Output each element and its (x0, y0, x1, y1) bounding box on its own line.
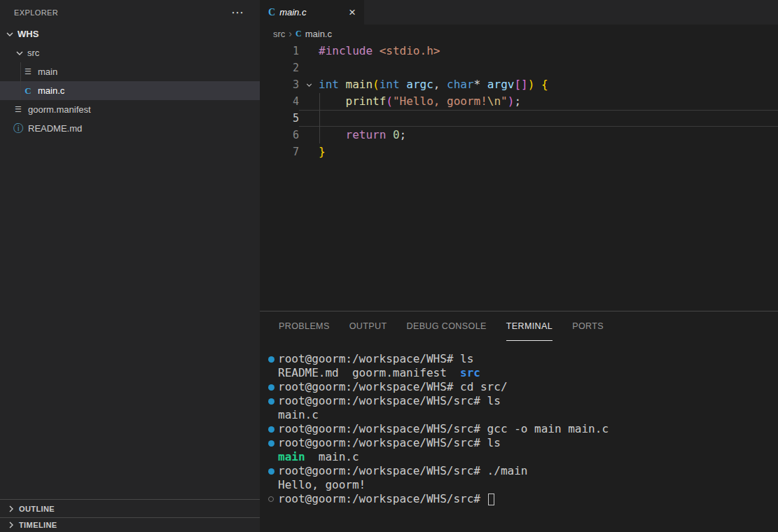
code-line[interactable]: 4 printf("Hello, goorm!\n"); (260, 93, 778, 110)
indent-guide (319, 93, 320, 144)
tree-item-label: main.c (38, 85, 64, 96)
file-tree: WHS src ☰ main C main.c ☰ goorm.manifest… (0, 24, 260, 499)
c-file-icon: C (296, 29, 302, 39)
code-editor[interactable]: 1#include <stdio.h>23int main(int argc, … (260, 43, 778, 311)
code-line[interactable]: 6 return 0; (260, 127, 778, 144)
command-decoration-icon[interactable] (268, 426, 278, 433)
section-label: OUTLINE (19, 505, 55, 513)
terminal-line: root@goorm:/workspace/WHS/src# ls (268, 436, 778, 450)
terminal-line: root@goorm:/workspace/WHS# ls (268, 352, 778, 366)
code-text: int main(int argc, char* argv[]) { (319, 76, 548, 93)
code-text: return 0; (319, 127, 406, 144)
fold-zone (299, 127, 319, 144)
tree-indent-guide (20, 62, 21, 100)
fold-zone (299, 111, 319, 126)
breadcrumb-file[interactable]: main.c (305, 29, 332, 39)
panel-tab-problems[interactable]: PROBLEMS (279, 312, 330, 341)
c-file-icon: C (22, 85, 34, 97)
terminal-line: root@goorm:/workspace/WHS/src# gcc -o ma… (268, 422, 778, 436)
line-number: 5 (260, 110, 299, 127)
close-icon[interactable]: × (346, 6, 359, 20)
line-number: 1 (260, 43, 299, 59)
code-lines: 1#include <stdio.h>23int main(int argc, … (260, 43, 778, 160)
terminal-line: root@goorm:/workspace/WHS/src# ls (268, 394, 778, 408)
chevron-down-icon (14, 48, 25, 59)
terminal-line: root@goorm:/workspace/WHS/src# (268, 492, 778, 506)
tree-item-main-c[interactable]: C main.c (0, 81, 260, 100)
outline-section-header[interactable]: OUTLINE (0, 499, 260, 517)
command-decoration-icon[interactable] (268, 398, 278, 405)
terminal-line: README.md goorm.manifest src (268, 366, 778, 380)
code-text: } (319, 144, 326, 160)
fold-zone (299, 93, 319, 110)
terminal-cursor (488, 493, 494, 505)
line-number: 4 (260, 93, 299, 110)
explorer-header: EXPLORER ⋯ (0, 0, 260, 24)
explorer-title: EXPLORER (14, 8, 58, 17)
chevron-right-icon: › (289, 28, 292, 39)
more-actions-button[interactable]: ⋯ (228, 8, 247, 18)
command-decoration-icon[interactable] (268, 496, 278, 502)
terminal-text: root@goorm:/workspace/WHS/src# ./main (278, 464, 527, 478)
panel-tab-debug-console[interactable]: DEBUG CONSOLE (406, 312, 486, 341)
editor-group: C main.c × src › C main.c 1#include <std… (260, 0, 778, 532)
code-line[interactable]: 2 (260, 59, 778, 76)
terminal-text: main.c (278, 408, 319, 422)
chevron-right-icon (6, 503, 17, 514)
line-number: 2 (260, 59, 299, 76)
c-file-icon: C (268, 7, 275, 18)
panel-tab-ports[interactable]: PORTS (572, 312, 604, 341)
tree-item-label: README.md (28, 123, 82, 134)
chevron-right-icon (6, 519, 17, 531)
fold-zone (299, 43, 319, 59)
fold-chevron-icon[interactable] (299, 76, 319, 93)
terminal-line: main main.c (268, 450, 778, 464)
terminal-text: root@goorm:/workspace/WHS# ls (278, 352, 473, 366)
info-icon: ⓘ (13, 122, 24, 135)
terminal-text: Hello, goorm! (278, 478, 366, 492)
fold-zone (299, 144, 319, 160)
tab-bar: C main.c × (260, 0, 778, 24)
command-decoration-icon[interactable] (268, 384, 278, 391)
terminal-text: root@goorm:/workspace/WHS# cd src/ (278, 380, 508, 394)
terminal-line: root@goorm:/workspace/WHS/src# ./main (268, 464, 778, 478)
command-decoration-icon[interactable] (268, 468, 278, 475)
code-line[interactable]: 1#include <stdio.h> (260, 43, 778, 59)
tree-item-whs[interactable]: WHS (0, 24, 260, 43)
terminal-text: root@goorm:/workspace/WHS/src# ls (278, 436, 501, 450)
terminal[interactable]: root@goorm:/workspace/WHS# lsREADME.md g… (260, 341, 778, 532)
breadcrumb-folder[interactable]: src (273, 29, 285, 39)
code-text: printf("Hello, goorm!\n"); (319, 93, 521, 110)
line-number: 6 (260, 127, 299, 144)
chevron-down-icon (4, 29, 15, 40)
command-decoration-icon[interactable] (268, 356, 278, 363)
terminal-text: root@goorm:/workspace/WHS/src# (278, 492, 487, 506)
terminal-text: README.md goorm.manifest src (278, 366, 480, 380)
code-line[interactable]: 7} (260, 144, 778, 160)
explorer-sidebar: EXPLORER ⋯ WHS src ☰ main C main.c ☰ goo (0, 0, 260, 532)
panel-tab-terminal[interactable]: TERMINAL (506, 312, 553, 341)
tree-item-goorm-manifest[interactable]: ☰ goorm.manifest (0, 100, 260, 119)
code-text: #include <stdio.h> (319, 43, 440, 59)
line-number: 7 (260, 144, 299, 160)
tab-main-c[interactable]: C main.c × (260, 0, 364, 24)
panel-tab-output[interactable]: OUTPUT (349, 312, 387, 341)
section-label: TIMELINE (19, 521, 57, 529)
tree-item-label: WHS (18, 29, 39, 39)
file-icon: ☰ (22, 67, 34, 76)
terminal-line: main.c (268, 408, 778, 422)
timeline-section-header[interactable]: TIMELINE (0, 517, 260, 532)
code-line[interactable]: 5 (260, 110, 778, 127)
tree-item-readme-md[interactable]: ⓘ README.md (0, 119, 260, 138)
command-decoration-icon[interactable] (268, 440, 278, 447)
tree-item-main[interactable]: ☰ main (0, 62, 260, 81)
terminal-line: root@goorm:/workspace/WHS# cd src/ (268, 380, 778, 394)
breadcrumb: src › C main.c (260, 24, 778, 43)
terminal-text: root@goorm:/workspace/WHS/src# gcc -o ma… (278, 422, 609, 436)
fold-zone (299, 59, 319, 76)
terminal-line: Hello, goorm! (268, 478, 778, 492)
tree-item-src[interactable]: src (0, 43, 260, 62)
terminal-text: main main.c (278, 450, 359, 464)
line-number: 3 (260, 76, 299, 93)
code-line[interactable]: 3int main(int argc, char* argv[]) { (260, 76, 778, 93)
